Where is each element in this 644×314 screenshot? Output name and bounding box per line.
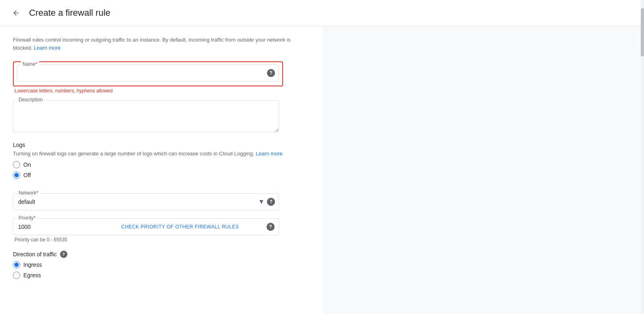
scrollbar[interactable] [641,0,644,314]
network-field-wrapper: Network* default ▼ ? [13,193,279,210]
description-textarea[interactable] [13,100,279,132]
priority-label: Priority* [17,215,37,221]
logs-off-radio[interactable] [13,172,20,179]
learn-more-link[interactable]: Learn more [34,45,60,51]
direction-title: Direction of traffic [13,251,57,257]
logs-section: Logs Turning on firewall logs can genera… [13,142,310,179]
page-title: Create a firewall rule [29,8,110,18]
priority-help-icon[interactable]: ? [267,223,275,231]
direction-egress-label: Egress [23,272,41,278]
description-field-wrapper: Description [13,100,279,134]
network-select-container: default ▼ ? [13,193,279,210]
direction-radio-group: Ingress Egress [13,261,310,279]
name-label: Name* [21,61,39,67]
network-help-icon[interactable]: ? [267,198,275,206]
logs-title: Logs [13,142,310,148]
network-select[interactable]: default [13,193,279,210]
direction-egress-option[interactable]: Egress [13,272,310,279]
logs-on-option[interactable]: On [13,161,310,168]
description-label: Description [17,97,44,103]
name-field-container: Name* ? [17,65,279,82]
priority-field-wrapper: Priority* 1000 CHECK PRIORITY OF OTHER F… [13,218,279,235]
priority-hint: Priority can be 0 - 65535 [15,237,310,243]
network-label: Network* [17,190,40,196]
direction-title-row: Direction of traffic ? [13,251,310,258]
direction-ingress-radio[interactable] [13,261,20,268]
logs-description: Turning on firewall logs can generate a … [13,150,310,158]
direction-help-icon[interactable]: ? [60,251,67,258]
direction-ingress-option[interactable]: Ingress [13,261,310,268]
description-text: Firewall rules control incoming or outgo… [13,36,310,52]
priority-inner: 1000 CHECK PRIORITY OF OTHER FIREWALL RU… [13,218,279,235]
page-header: Create a firewall rule [0,0,644,26]
logs-off-option[interactable]: Off [13,172,310,179]
priority-check-link[interactable]: CHECK PRIORITY OF OTHER FIREWALL RULES [94,219,267,234]
logs-on-radio[interactable] [13,161,20,168]
logs-on-label: On [23,161,31,168]
page-content: Firewall rules control incoming or outgo… [0,26,323,314]
direction-ingress-label: Ingress [23,262,42,268]
name-help-icon[interactable]: ? [267,69,275,77]
logs-learn-more-link[interactable]: Learn more [256,151,282,157]
scrollbar-thumb[interactable] [641,8,644,57]
name-hint: Lowercase letters, numbers, hyphens allo… [15,88,310,94]
name-field-highlight: Name* ? [13,61,283,86]
name-input[interactable] [17,65,279,82]
priority-input[interactable]: 1000 [13,219,94,235]
logs-radio-group: On Off [13,161,310,179]
direction-egress-radio[interactable] [13,272,20,279]
logs-off-label: Off [23,172,31,178]
back-button[interactable] [10,6,23,19]
direction-section: Direction of traffic ? Ingress Egress [13,251,310,279]
